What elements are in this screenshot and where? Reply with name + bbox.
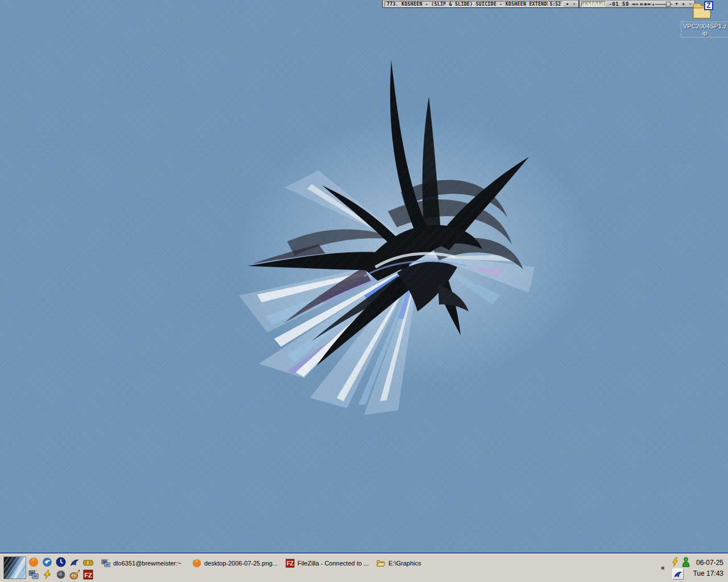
quicklaunch-ssh-terminal-button[interactable] [28,569,39,580]
task-button-label: E:\Graphics [388,560,421,567]
open-folder-icon [377,559,386,568]
clock-icon [56,557,66,567]
svg-text:FZ: FZ [84,572,92,579]
tray-date: 06-07-25 [693,558,723,568]
filezilla-icon: FZ [83,569,93,580]
winamp-playlist-windowshade[interactable]: 773. KOSHEEN - (SLIP & SLIDE) SUICIDE - … [382,0,579,8]
buddy-status-tray-icon[interactable] [681,557,690,567]
winamp-next-button[interactable]: ▶▶ [648,1,651,7]
winamp-volume-slider-handle[interactable] [666,2,671,7]
winamp-track-duration: 5:52 [550,2,561,7]
blue-bird-icon [69,557,80,567]
winamp-lightning-icon [42,569,52,580]
tray-collapse-chevron[interactable]: « [661,564,665,572]
quicklaunch-firefox-button[interactable] [28,557,39,567]
svg-text:FZ: FZ [287,560,293,567]
quicklaunch-gimp-button[interactable] [69,569,80,580]
thunderbird-icon [42,557,52,567]
desktop-icon-vpc2004sp1-zip[interactable]: Z VPC2004SP1.z ip [681,1,725,38]
winamp-eject-button[interactable]: ▲ [652,1,654,7]
sphere-globe-icon [56,569,66,580]
winamp-main-windowshade[interactable]: -01 59 ◀◀ ▶ ▮▮ ■ ▶▶ ▲ ▼ ▪ × [579,0,695,8]
ssh-terminal-icon [28,569,39,580]
quicklaunch-thunderbird-button[interactable] [42,557,52,567]
wallpaper-fractal-art [0,0,728,552]
winamp-track-title-field: 773. KOSHEEN - (SLIP & SLIDE) SUICIDE - … [384,1,563,7]
quicklaunch-blue-bird-button[interactable] [69,557,80,567]
winamp-play-button[interactable]: ▶ [636,1,638,7]
quicklaunch-sphere-button[interactable] [56,569,66,580]
ssh-terminal-icon [101,559,110,568]
task-button-label: FileZilla - Connected to ... [297,560,369,567]
desktop[interactable]: 773. KOSHEEN - (SLIP & SLIDE) SUICIDE - … [0,0,728,552]
winamp-pause-button[interactable]: ▮▮ [640,1,643,7]
quicklaunch-winamp-button[interactable] [42,569,52,580]
task-button-e-graphics-folder[interactable]: E:\Graphics [377,558,421,569]
task-button-ssh-session[interactable]: dlo6351@brewmeister:~ [101,558,181,569]
winamp-time-display[interactable]: -01 59 [607,1,630,7]
winamp-previous-button[interactable]: ◀◀ [632,1,635,7]
filezilla-icon: FZ [286,559,295,568]
firefox-icon [192,559,201,568]
winamp-stop-button[interactable]: ■ [644,1,646,7]
winamp-menu-button[interactable]: ▼ [674,1,679,7]
firefox-icon [28,557,39,567]
winamp-playlist-shade-toggle-button[interactable]: ▪ [565,1,570,7]
wallpaper-thumbnail-button[interactable] [3,556,26,579]
quicklaunch-clock-button[interactable] [56,557,66,567]
gold-crown-icon [83,557,93,567]
task-button-firefox[interactable]: desktop-2006-07-25.png... [192,558,278,569]
quicklaunch-filezilla-button[interactable]: FZ [83,569,93,580]
winamp-transport-controls: ◀◀ ▶ ▮▮ ■ ▶▶ ▲ [632,1,654,7]
winamp-spectrum-visualizer[interactable] [581,1,606,7]
gimp-icon [69,569,80,580]
svg-text:Z: Z [706,2,710,10]
task-button-label: dlo6351@brewmeister:~ [113,560,181,567]
desktop-icon-label: VPC2004SP1.z ip [681,22,728,38]
tray-day-time: Tue 17:43 [693,568,723,579]
task-button-filezilla[interactable]: FZ FileZilla - Connected to ... [286,558,369,569]
taskbar: FZ dlo6351@brewmeister:~ desktop-2006-07… [0,552,728,582]
winamp-tray-icon[interactable] [670,557,680,567]
quicklaunch-gold-crown-button[interactable] [83,557,93,567]
zip-folder-icon: Z [692,1,714,20]
task-button-label: desktop-2006-07-25.png... [204,560,278,567]
winamp-volume-slider[interactable] [655,2,672,7]
media-swoosh-tray-icon[interactable] [672,568,684,580]
tray-clock: 06-07-25 Tue 17:43 [693,558,723,579]
winamp-track-title: 773. KOSHEEN - (SLIP & SLIDE) SUICIDE - … [387,2,548,7]
winamp-playlist-close-button[interactable]: × [572,1,577,7]
